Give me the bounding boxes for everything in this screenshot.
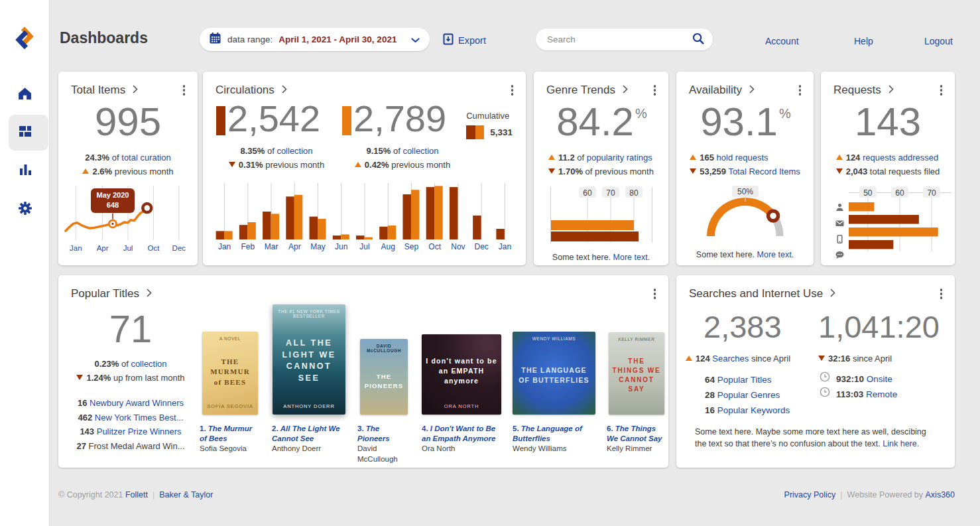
trend-down-icon (690, 168, 696, 174)
total-items-title-link[interactable]: Total Items (71, 84, 138, 97)
book-cover[interactable]: I don't want to be an EMPATH anymore ORA… (422, 334, 501, 415)
kebab-menu-icon[interactable] (796, 83, 805, 98)
sidebar-item-home[interactable] (0, 75, 50, 113)
requests-bar-chart[interactable]: 506070 (849, 186, 951, 262)
kebab-menu-icon[interactable] (937, 287, 946, 301)
phone-icon (835, 234, 844, 246)
link-here-link[interactable]: Link here. (883, 439, 919, 448)
popularity-ratings-link[interactable]: popularity ratings (587, 153, 652, 163)
svg-text:Jan: Jan (217, 242, 230, 251)
kebab-menu-icon[interactable] (180, 83, 189, 98)
more-text-link[interactable]: More text. (613, 253, 650, 262)
circulations-title-link[interactable]: Circulations (215, 84, 287, 97)
sidebar-item-settings[interactable] (0, 190, 50, 229)
account-link[interactable]: Account (765, 36, 799, 46)
date-range-picker[interactable]: data range: April 1, 2021 - April 30, 20… (200, 28, 430, 51)
card-title: Requests (833, 84, 881, 97)
trend-up-icon (690, 155, 696, 160)
dashboard-icon (18, 124, 32, 141)
searches-link[interactable]: Searches (712, 354, 749, 363)
availability-line2: 53,259 Total Record Items (690, 164, 800, 178)
circulations-value-1: 2,542 (227, 100, 320, 137)
export-label: Export (458, 35, 486, 46)
total-record-items-link[interactable]: Total Record Items (728, 166, 800, 176)
circulations-value-2: 2,789 (353, 100, 446, 137)
axis360-link[interactable]: Axis360 (926, 490, 955, 499)
help-link[interactable]: Help (854, 36, 873, 46)
clock-icon (820, 371, 830, 387)
requests-addressed-link[interactable]: requests addressed (863, 153, 938, 163)
kebab-menu-icon[interactable] (508, 83, 517, 98)
collection-link[interactable]: collection (402, 146, 438, 156)
newbury-award-link[interactable]: Newbury Award Winners (90, 398, 184, 408)
kebab-menu-icon[interactable] (650, 83, 660, 98)
export-button[interactable]: Export (443, 33, 486, 47)
book-title-link[interactable]: I Don't Want to Be an Empath Anymore (422, 425, 495, 442)
popular-titles-link[interactable]: Popular Titles (717, 375, 772, 385)
more-text-link[interactable]: More text. (757, 250, 794, 259)
circulations-bar-chart[interactable]: JanFebMarAprMayJunJulAugSepOctNovDecJan (213, 181, 517, 254)
hold-requests-link[interactable]: hold requests (717, 153, 768, 163)
total-items-value: 995 (58, 102, 198, 142)
requests-title-link[interactable]: Requests (833, 84, 894, 97)
genre-trends-line2: 1.70% of previous month (548, 164, 654, 178)
searches-breakdown-list: 64 Popular Titles 28 Popular Genres 16 P… (686, 372, 818, 419)
axis360-logo-icon[interactable] (11, 23, 38, 56)
book-item: I don't want to be an EMPATH anymore ORA… (422, 299, 501, 454)
sidebar-item-dashboards[interactable] (0, 113, 50, 152)
chevron-right-icon (282, 84, 287, 96)
availability-line1: 165 hold requests (690, 151, 800, 164)
book-cover[interactable]: KELLY RIMMER THE THINGS WE CANNOT SAY (609, 332, 664, 415)
svg-text:Feb: Feb (241, 242, 255, 251)
searches-value: 2,383 (686, 311, 818, 342)
nyt-best-link[interactable]: New York Times Best... (95, 413, 184, 423)
search-input[interactable] (547, 34, 692, 44)
card-title: Genre Trends (546, 84, 615, 97)
genre-trends-bar-chart[interactable]: 607080 (550, 187, 652, 245)
trend-up-icon (686, 356, 692, 361)
logout-link[interactable]: Logout (924, 36, 953, 46)
svg-text:Oct: Oct (428, 242, 441, 251)
book-title-link[interactable]: All The Light We Cannot See (272, 425, 340, 442)
onsite-link[interactable]: Onsite (867, 374, 892, 384)
requests-value: 143 (821, 102, 955, 142)
book-cover[interactable]: DAVID McCULLOUGH THE PIONEERS (360, 339, 408, 415)
book-cover[interactable]: A NOVEL THE MURMUR of BEES SOFÍA SEGOVIA (202, 332, 258, 415)
search-bar (536, 29, 713, 50)
mail-icon (835, 218, 844, 230)
kebab-menu-icon[interactable] (937, 83, 946, 98)
collection-link[interactable]: collection (276, 146, 312, 156)
popular-titles-summary: 71 0.23% of collection 1.24% up from las… (58, 310, 203, 453)
availability-title-link[interactable]: Availability (689, 84, 755, 97)
chevron-right-icon (147, 288, 152, 300)
sidebar-item-reports[interactable] (0, 152, 50, 190)
popular-keywords-link[interactable]: Popular Keywords (717, 405, 790, 415)
powered-by-text: Website Powered by (847, 490, 923, 499)
searches-column: 2,383 124 Searches since April 64 Popula… (686, 301, 818, 419)
privacy-policy-link[interactable]: Privacy Policy (784, 490, 836, 499)
book-cover[interactable]: WENDY WILLIAMS THE LANGUAGE OF BUTTERFLI… (513, 332, 595, 415)
book-title-link[interactable]: The Things We Cannot Say (607, 425, 662, 442)
popular-genres-link[interactable]: Popular Genres (717, 390, 780, 400)
book-cover[interactable]: THE #1 NEW YORK TIMES BESTSELLER ALL THE… (273, 304, 345, 415)
book-title-link[interactable]: The Language of Butterflies (513, 425, 582, 442)
availability-gauge-chart[interactable]: 50% (696, 186, 795, 243)
svg-text:Jan: Jan (498, 242, 511, 251)
book-title-link[interactable]: The Murmur of Bees (200, 425, 252, 442)
genre-trends-title-link[interactable]: Genre Trends (546, 84, 628, 97)
sidebar-nav (0, 75, 50, 229)
follett-link[interactable]: Follett (125, 490, 148, 499)
pulitzer-link[interactable]: Pulitzer Prize Winners (97, 427, 182, 436)
searches-title-link[interactable]: Searches and Internet Use (689, 287, 835, 300)
total-curation-link[interactable]: total curation (121, 153, 170, 163)
total-items-line-chart[interactable]: May 2020648JanAprJulOctDec (64, 184, 192, 255)
remote-link[interactable]: Remote (866, 389, 897, 399)
popular-titles-title-link[interactable]: Popular Titles (71, 287, 152, 300)
person-icon (835, 202, 844, 214)
chevron-right-icon (749, 84, 755, 96)
baker-taylor-link[interactable]: Baker & Taylor (159, 490, 213, 499)
card-title: Popular Titles (71, 287, 139, 300)
cumulative-swatch (466, 125, 484, 139)
search-icon[interactable] (692, 32, 705, 48)
collection-link[interactable]: collection (131, 359, 166, 369)
